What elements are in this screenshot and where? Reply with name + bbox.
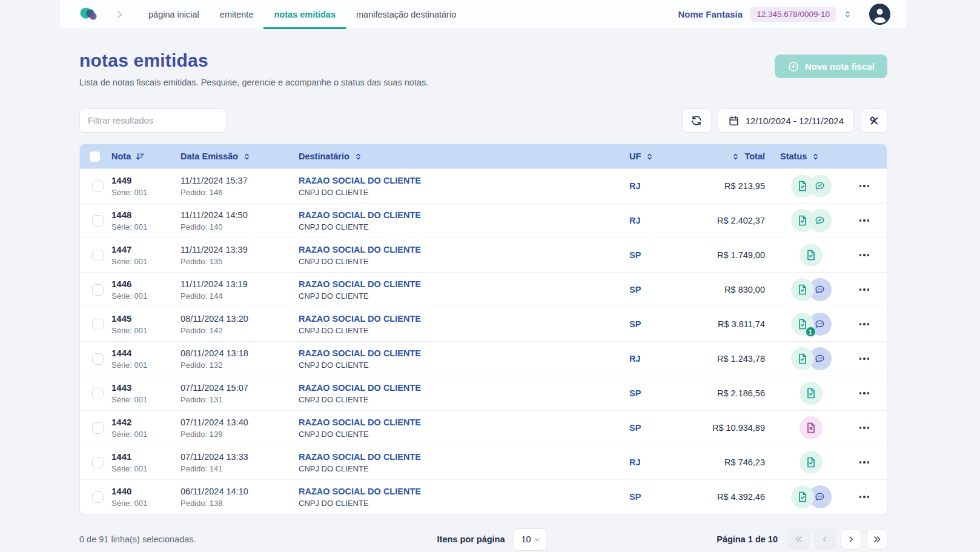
recipient-name-link[interactable]: RAZAO SOCIAL DO CLIENTE: [299, 314, 624, 324]
row-actions-button[interactable]: [856, 285, 873, 294]
total-value: R$ 1.243,78: [717, 354, 765, 364]
tab-emitente[interactable]: emitente: [210, 0, 264, 29]
sort-toggle-icon[interactable]: [731, 152, 740, 161]
new-invoice-button[interactable]: Nova nota fiscal: [775, 55, 887, 78]
row-checkbox[interactable]: [92, 215, 104, 227]
invoice-series: Série: 001: [111, 257, 176, 266]
invoice-authorized-icon[interactable]: [800, 451, 823, 474]
uf-value: SP: [629, 492, 684, 502]
invoice-series: Série: 001: [111, 188, 176, 197]
invoice-authorized-icon[interactable]: [791, 278, 814, 301]
total-value: R$ 830,00: [724, 285, 765, 294]
row-actions-button[interactable]: [856, 181, 873, 191]
row-checkbox[interactable]: [92, 284, 104, 296]
invoice-authorized-icon[interactable]: [800, 244, 823, 267]
filter-input[interactable]: [79, 108, 227, 133]
tab-pagina-inicial[interactable]: página inicial: [138, 0, 210, 29]
row-actions-button[interactable]: [856, 457, 873, 467]
column-header-destinatario[interactable]: Destinatário: [299, 151, 349, 161]
row-actions-button[interactable]: [856, 423, 873, 433]
page-title: notas emitidas: [79, 50, 428, 71]
order-number: Pedido: 141: [180, 464, 293, 473]
select-all-checkbox[interactable]: [89, 151, 101, 162]
status-badges: [769, 244, 842, 267]
recipient-name-link[interactable]: RAZAO SOCIAL DO CLIENTE: [299, 383, 624, 393]
sort-toggle-icon[interactable]: [811, 152, 820, 161]
refresh-button[interactable]: [682, 108, 711, 133]
recipient-name-link[interactable]: RAZAO SOCIAL DO CLIENTE: [299, 487, 624, 496]
row-checkbox[interactable]: [92, 388, 104, 399]
emission-datetime: 07/11/2024 15:07: [180, 383, 293, 393]
last-page-button[interactable]: [867, 529, 887, 550]
recipient-document: CNPJ DO CLIENTE: [299, 222, 624, 231]
order-number: Pedido: 139: [180, 430, 293, 439]
row-checkbox[interactable]: [92, 457, 104, 468]
recipient-document: CNPJ DO CLIENTE: [299, 257, 624, 266]
previous-page-button[interactable]: [815, 529, 835, 550]
emission-datetime: 06/11/2024 14:10: [180, 487, 293, 496]
row-actions-button[interactable]: [856, 319, 873, 329]
row-actions-button[interactable]: [856, 354, 873, 364]
date-range-button[interactable]: 12/10/2024 - 12/11/2024: [718, 108, 854, 133]
recipient-name-link[interactable]: RAZAO SOCIAL DO CLIENTE: [299, 348, 624, 358]
invoice-authorized-icon[interactable]: [791, 209, 814, 232]
app-logo-icon[interactable]: [78, 5, 99, 23]
column-header-total[interactable]: Total: [744, 151, 765, 161]
topbar: página inicial emitente notas emitidas m…: [0, 0, 980, 30]
row-actions-button[interactable]: [856, 216, 873, 225]
advanced-filters-button[interactable]: [861, 108, 887, 133]
recipient-name-link[interactable]: RAZAO SOCIAL DO CLIENTE: [299, 417, 624, 427]
row-checkbox[interactable]: [92, 491, 104, 503]
order-number: Pedido: 140: [180, 222, 293, 231]
sort-toggle-icon[interactable]: [242, 152, 251, 161]
user-avatar[interactable]: [869, 4, 890, 25]
sort-desc-icon[interactable]: [135, 151, 145, 162]
recipient-name-link[interactable]: RAZAO SOCIAL DO CLIENTE: [299, 176, 624, 185]
recipient-document: CNPJ DO CLIENTE: [299, 291, 624, 301]
company-name: Nome Fantasia: [678, 9, 743, 19]
invoice-authorized-icon[interactable]: 1: [791, 313, 814, 336]
column-header-nota[interactable]: Nota: [111, 151, 131, 161]
invoice-number: 1445: [111, 313, 176, 324]
page-subtitle: Lista de notas fiscais emitidas. Pesquis…: [79, 78, 428, 87]
sort-toggle-icon[interactable]: [354, 152, 363, 161]
column-header-uf[interactable]: UF: [629, 151, 641, 161]
invoice-authorized-icon[interactable]: [800, 382, 823, 405]
tab-notas-emitidas[interactable]: notas emitidas: [263, 0, 346, 29]
recipient-name-link[interactable]: RAZAO SOCIAL DO CLIENTE: [299, 279, 624, 289]
invoice-authorized-icon[interactable]: [791, 347, 814, 370]
column-header-status[interactable]: Status: [780, 151, 807, 161]
per-page-label: Itens por página: [437, 534, 505, 544]
first-page-button[interactable]: [789, 529, 809, 550]
invoice-series: Série: 001: [111, 395, 176, 404]
invoice-number: 1443: [111, 382, 176, 393]
recipient-name-link[interactable]: RAZAO SOCIAL DO CLIENTE: [299, 210, 624, 220]
status-badges: [769, 451, 842, 474]
recipient-name-link[interactable]: RAZAO SOCIAL DO CLIENTE: [299, 452, 624, 462]
sort-toggle-icon[interactable]: [645, 152, 654, 161]
row-checkbox[interactable]: [92, 422, 104, 434]
company-switcher-icon[interactable]: [843, 10, 852, 19]
plus-circle-icon: [787, 61, 800, 73]
invoice-authorized-icon[interactable]: [791, 175, 814, 198]
invoice-number: 1441: [111, 451, 176, 462]
status-badges: [769, 175, 842, 198]
total-value: R$ 3.811,74: [718, 319, 765, 329]
table-row: 1440Série: 00106/11/2024 14:10Pedido: 13…: [80, 479, 887, 514]
recipient-name-link[interactable]: RAZAO SOCIAL DO CLIENTE: [299, 245, 624, 254]
row-checkbox[interactable]: [92, 353, 104, 365]
tab-manifestacao-destinatario[interactable]: manifestação destinatário: [346, 0, 466, 29]
page-size-select[interactable]: 10: [513, 528, 548, 551]
row-actions-button[interactable]: [856, 492, 873, 502]
column-header-data-emissao[interactable]: Data Emissão: [180, 151, 238, 161]
row-checkbox[interactable]: [92, 319, 104, 330]
invoice-authorized-icon[interactable]: [791, 485, 814, 508]
next-page-button[interactable]: [841, 529, 861, 550]
row-actions-button[interactable]: [856, 250, 873, 260]
invoice-cancelled-icon[interactable]: [800, 416, 823, 439]
row-checkbox[interactable]: [92, 181, 104, 192]
total-value: R$ 2.402,37: [717, 216, 765, 225]
row-checkbox[interactable]: [92, 250, 104, 261]
row-actions-button[interactable]: [856, 388, 873, 398]
order-number: Pedido: 138: [180, 499, 293, 508]
